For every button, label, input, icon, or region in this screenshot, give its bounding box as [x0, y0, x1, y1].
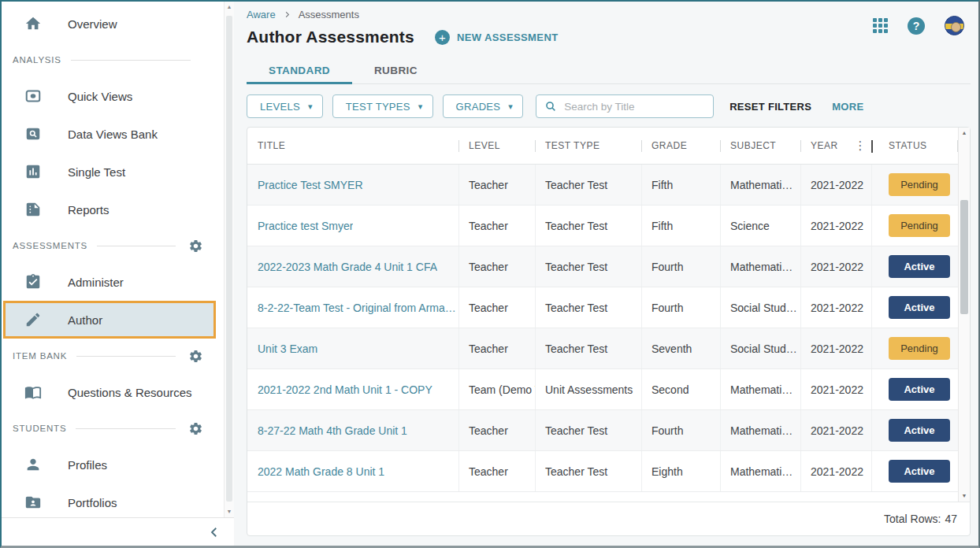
cell-test_type: Teacher Test — [535, 410, 641, 450]
scrollbar-thumb[interactable] — [960, 200, 968, 314]
sidebar-item-single-test[interactable]: Single Test — [2, 153, 224, 191]
column-header-subject[interactable]: SUBJECT — [720, 128, 800, 164]
cell-year: 2021-2022 — [800, 165, 871, 205]
cell-grade: Fifth — [641, 165, 720, 205]
tab-standard[interactable]: STANDARD — [247, 57, 352, 84]
assessment-title-link[interactable]: Unit 3 Exam — [258, 342, 317, 355]
sidebar-item-profiles[interactable]: Profiles — [2, 446, 224, 483]
cell-test_type: Teacher Test — [535, 451, 641, 491]
cell-subject: Mathemati… — [720, 165, 800, 205]
cell-subject: Mathemati… — [720, 246, 800, 287]
column-header-status[interactable]: STATUS — [871, 128, 958, 164]
settings-gear-icon[interactable] — [188, 349, 203, 364]
cell-year: 2021-2022 — [800, 246, 871, 287]
section-divider — [76, 428, 176, 429]
cell-level: Teacher — [458, 287, 535, 328]
scroll-down-icon[interactable]: ▼ — [959, 491, 970, 502]
total-rows-label: Total Rows: — [884, 513, 941, 525]
cell-level: Teacher — [458, 410, 535, 450]
reset-filters-button[interactable]: RESET FILTERS — [729, 101, 811, 113]
assessment-title-link[interactable]: Practice test Smyer — [258, 220, 353, 232]
levels-dropdown[interactable]: LEVELS▾ — [247, 94, 323, 118]
breadcrumb-aware-link[interactable]: Aware — [247, 9, 276, 20]
assessment-title-link[interactable]: 2021-2022 2nd Math Unit 1 - COPY — [258, 383, 432, 396]
grades-dropdown[interactable]: GRADES▾ — [443, 94, 524, 118]
cell-test_type: Teacher Test — [535, 246, 641, 287]
column-menu-icon[interactable]: ⋮ — [853, 139, 869, 153]
sidebar-item-portfolios[interactable]: Portfolios — [2, 483, 224, 521]
column-header-level[interactable]: LEVEL — [458, 128, 535, 164]
scroll-up-icon[interactable]: ▲ — [225, 2, 234, 13]
tab-bar: STANDARDRUBRIC — [247, 57, 971, 84]
search-icon — [544, 100, 557, 113]
avatar[interactable] — [945, 16, 964, 35]
cell-year: 2021-2022 — [800, 206, 871, 246]
apps-grid-icon[interactable] — [873, 18, 888, 33]
sidebar-item-label: Single Test — [68, 165, 125, 179]
breadcrumb-current: Assessments — [299, 9, 359, 20]
assessment-title-link[interactable]: Practice Test SMYER — [258, 179, 363, 191]
sidebar-item-quick-views[interactable]: Quick Views — [2, 77, 224, 115]
sidebar-item-label: Portfolios — [68, 496, 117, 509]
more-filters-button[interactable]: MORE — [832, 101, 863, 113]
test-types-dropdown[interactable]: TEST TYPES▾ — [332, 94, 433, 118]
cell-subject: Mathemati… — [720, 369, 800, 409]
page-title: Author Assessments — [247, 28, 414, 46]
status-badge: Pending — [889, 214, 950, 237]
new-assessment-label: NEW ASSESSMENT — [457, 31, 559, 43]
table-scrollbar[interactable]: ▲ ▼ — [958, 128, 970, 502]
column-header-grade[interactable]: GRADE — [641, 128, 720, 164]
cell-test_type: Teacher Test — [535, 328, 641, 368]
assessment-title-link[interactable]: 8-2-22-Team Test - Original from Arma… — [258, 302, 456, 314]
cell-status: Active — [871, 451, 958, 491]
sidebar-item-author[interactable]: Author — [3, 301, 216, 339]
new-assessment-button[interactable]: + NEW ASSESSMENT — [435, 30, 559, 45]
collapse-sidebar-icon[interactable] — [207, 525, 221, 539]
settings-gear-icon[interactable] — [188, 239, 203, 254]
table-row: 8-2-22-Team Test - Original from Arma…Te… — [247, 287, 958, 328]
sidebar-item-overview[interactable]: Overview — [2, 5, 224, 43]
sidebar-item-administer[interactable]: Administer — [2, 263, 224, 301]
column-label: GRADE — [651, 140, 687, 151]
dropdown-label: GRADES — [456, 101, 501, 113]
section-divider — [97, 246, 176, 246]
sidebar-item-reports[interactable]: Reports — [2, 191, 224, 228]
search-input[interactable] — [564, 101, 705, 113]
total-rows-value: 47 — [945, 513, 957, 525]
cell-title: Practice test Smyer — [247, 206, 458, 246]
column-label: STATUS — [889, 140, 927, 151]
cell-grade: Fourth — [641, 410, 720, 450]
column-header-test_type[interactable]: TEST TYPE — [535, 128, 641, 164]
sidebar-footer — [2, 517, 234, 546]
status-badge: Active — [889, 296, 950, 319]
sidebar-section-analysis: ANALYSIS — [2, 43, 224, 77]
sidebar-item-data-views-bank[interactable]: Data Views Bank — [2, 115, 224, 153]
sidebar-scrollbar[interactable]: ▲ ▼ — [224, 2, 234, 517]
cell-title: Unit 3 Exam — [247, 328, 458, 368]
settings-gear-icon[interactable] — [188, 421, 203, 436]
help-icon[interactable]: ? — [908, 17, 925, 35]
quick-views-icon — [24, 87, 42, 105]
cell-status: Pending — [871, 165, 958, 205]
assessment-title-link[interactable]: 2022-2023 Math Grade 4 Unit 1 CFA — [258, 261, 437, 273]
folder-person-icon — [24, 494, 42, 511]
section-label: ASSESSMENTS — [13, 241, 87, 250]
assessment-title-link[interactable]: 8-27-22 Math 4th Grade Unit 1 — [258, 424, 407, 437]
cell-level: Teacher — [458, 328, 535, 368]
cell-title: 8-2-22-Team Test - Original from Arma… — [247, 287, 458, 328]
column-header-year[interactable]: YEAR⋮ — [800, 128, 871, 164]
cell-title: 2022 Math Grade 8 Unit 1 — [247, 451, 458, 491]
sidebar-item-questions-resources[interactable]: Questions & Resources — [2, 373, 224, 411]
scroll-down-icon[interactable]: ▼ — [225, 506, 234, 517]
cell-year: 2021-2022 — [800, 287, 871, 328]
cell-grade: Second — [641, 369, 720, 409]
column-header-title[interactable]: TITLE — [247, 128, 458, 164]
status-badge: Pending — [889, 337, 950, 360]
search-box — [536, 94, 714, 118]
status-badge: Active — [889, 419, 950, 442]
assessment-title-link[interactable]: 2022 Math Grade 8 Unit 1 — [258, 465, 384, 478]
tab-rubric[interactable]: RUBRIC — [352, 57, 440, 84]
scroll-up-icon[interactable]: ▲ — [959, 128, 970, 139]
home-icon — [24, 15, 42, 32]
scrollbar-thumb[interactable] — [226, 16, 232, 502]
